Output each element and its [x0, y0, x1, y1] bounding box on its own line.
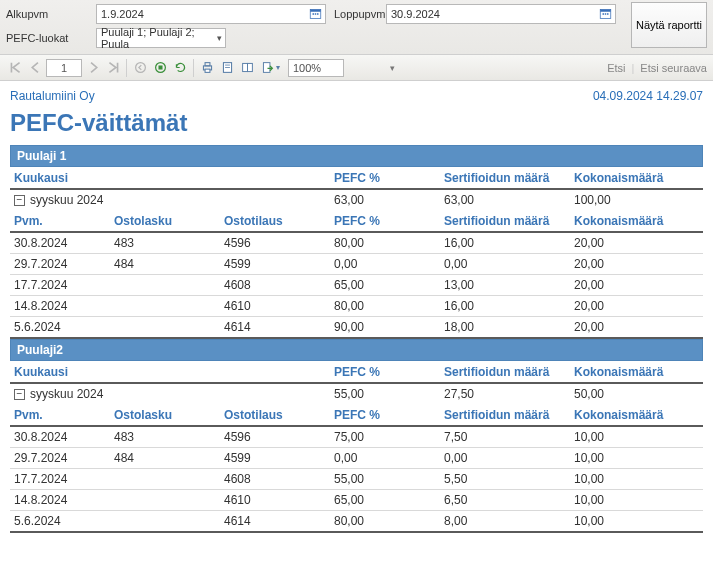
cell-pvm: 14.8.2024	[14, 299, 114, 313]
cell-ostotilaus: 4596	[224, 236, 334, 250]
cell-koko: 10,00	[574, 514, 684, 528]
cell-sert: 16,00	[444, 236, 574, 250]
calendar-icon[interactable]	[598, 8, 612, 21]
svg-rect-4	[317, 13, 319, 15]
end-date-label: Loppupvm	[326, 8, 386, 20]
cell-pvm: 5.6.2024	[14, 514, 114, 528]
cell-pvm: 30.8.2024	[14, 236, 114, 250]
data-rows: 30.8.2024 483 4596 75,00 7,50 10,00 29.7…	[10, 427, 703, 533]
table-row: 5.6.2024 4614 90,00 18,00 20,00	[10, 317, 703, 339]
find-link[interactable]: Etsi	[607, 62, 625, 74]
prev-page-icon[interactable]	[26, 59, 44, 77]
cell-pefc: 80,00	[334, 299, 444, 313]
back-icon[interactable]	[131, 59, 149, 77]
cell-pefc: 65,00	[334, 493, 444, 507]
export-chevron-down-icon[interactable]: ▾	[276, 63, 280, 72]
pefc-classes-select[interactable]: Puulaji 1; Puulaji 2; Puula ▾	[96, 28, 226, 48]
collapse-icon[interactable]: −	[14, 389, 25, 400]
month-label: syyskuu 2024	[30, 387, 103, 401]
search-separator: |	[631, 62, 634, 74]
cell-ostolasku	[114, 278, 224, 292]
cell-pefc: 0,00	[334, 451, 444, 465]
cell-koko: 10,00	[574, 451, 684, 465]
cell-ostolasku	[114, 299, 224, 313]
col-pefc: PEFC %	[334, 171, 444, 185]
month-row: − syyskuu 2024 63,00 63,00 100,00	[10, 190, 703, 210]
table-row: 17.7.2024 4608 65,00 13,00 20,00	[10, 275, 703, 296]
cell-sert: 0,00	[444, 257, 574, 271]
table-row: 14.8.2024 4610 65,00 6,50 10,00	[10, 490, 703, 511]
cell-pefc: 90,00	[334, 320, 444, 334]
cell-sert: 8,00	[444, 514, 574, 528]
table-row: 29.7.2024 484 4599 0,00 0,00 20,00	[10, 254, 703, 275]
run-report-button[interactable]: Näytä raportti	[631, 2, 707, 48]
first-page-icon[interactable]	[6, 59, 24, 77]
filter-bar: Alkupvm 1.9.2024 Loppupvm 30.9.2024 PEFC…	[0, 0, 713, 55]
cell-koko: 20,00	[574, 299, 684, 313]
cell-sert: 18,00	[444, 320, 574, 334]
species-header: Puulaji2	[10, 339, 703, 361]
cell-ostotilaus: 4614	[224, 320, 334, 334]
month-sert: 27,50	[444, 387, 574, 401]
refresh-icon[interactable]	[171, 59, 189, 77]
table-row: 30.8.2024 483 4596 80,00 16,00 20,00	[10, 233, 703, 254]
calendar-icon[interactable]	[308, 8, 322, 21]
svg-rect-8	[604, 13, 606, 15]
end-date-input[interactable]: 30.9.2024	[386, 4, 616, 24]
cell-koko: 10,00	[574, 493, 684, 507]
col-pefc: PEFC %	[334, 214, 444, 228]
cell-ostolasku	[114, 514, 224, 528]
print-layout-icon[interactable]	[218, 59, 236, 77]
end-date-value: 30.9.2024	[391, 8, 598, 20]
month-koko: 50,00	[574, 387, 684, 401]
svg-rect-2	[312, 13, 314, 15]
month-koko: 100,00	[574, 193, 684, 207]
cell-ostolasku	[114, 472, 224, 486]
cell-ostolasku: 484	[114, 451, 224, 465]
table-row: 5.6.2024 4614 80,00 8,00 10,00	[10, 511, 703, 533]
svg-rect-9	[607, 13, 609, 15]
start-date-value: 1.9.2024	[101, 8, 308, 20]
cell-ostotilaus: 4608	[224, 472, 334, 486]
col-sert: Sertifioidun määrä	[444, 214, 574, 228]
collapse-icon[interactable]: −	[14, 195, 25, 206]
cell-ostolasku	[114, 493, 224, 507]
species-header: Puulaji 1	[10, 145, 703, 167]
svg-rect-12	[158, 65, 162, 69]
company-name: Rautalumiini Oy	[10, 89, 95, 103]
find-next-link[interactable]: Etsi seuraava	[640, 62, 707, 74]
svg-rect-6	[600, 10, 611, 12]
col-koko: Kokonaismäärä	[574, 214, 684, 228]
svg-rect-19	[242, 63, 247, 71]
page-setup-icon[interactable]	[238, 59, 256, 77]
toolbar-divider	[126, 59, 127, 77]
table-row: 29.7.2024 484 4599 0,00 0,00 10,00	[10, 448, 703, 469]
zoom-select[interactable]: 100%	[288, 59, 344, 77]
last-page-icon[interactable]	[104, 59, 122, 77]
print-icon[interactable]	[198, 59, 216, 77]
next-page-icon[interactable]	[84, 59, 102, 77]
page-number-input[interactable]: 1	[46, 59, 82, 77]
nav-group	[131, 59, 189, 77]
export-icon[interactable]	[258, 59, 276, 77]
cell-pefc: 55,00	[334, 472, 444, 486]
col-pvm: Pvm.	[14, 408, 114, 422]
cell-sert: 6,50	[444, 493, 574, 507]
cell-koko: 20,00	[574, 236, 684, 250]
report-body: Rautalumiini Oy 04.09.2024 14.29.07 PEFC…	[0, 81, 713, 545]
start-date-label: Alkupvm	[6, 8, 96, 20]
cell-koko: 10,00	[574, 472, 684, 486]
start-date-input[interactable]: 1.9.2024	[96, 4, 326, 24]
cell-ostolasku: 484	[114, 257, 224, 271]
col-sert: Sertifioidun määrä	[444, 171, 574, 185]
species-block: Puulaji2 Kuukausi PEFC % Sertifioidun mä…	[10, 339, 703, 533]
cell-sert: 0,00	[444, 451, 574, 465]
table-row: 14.8.2024 4610 80,00 16,00 20,00	[10, 296, 703, 317]
zoom-chevron-down-icon[interactable]: ▾	[390, 63, 395, 73]
detail-header-row: Pvm. Ostolasku Ostotilaus PEFC % Sertifi…	[10, 210, 703, 233]
pefc-classes-value: Puulaji 1; Puulaji 2; Puula	[101, 26, 217, 50]
stop-icon[interactable]	[151, 59, 169, 77]
cell-pefc: 65,00	[334, 278, 444, 292]
month-pefc: 63,00	[334, 193, 444, 207]
col-sert: Sertifioidun määrä	[444, 408, 574, 422]
